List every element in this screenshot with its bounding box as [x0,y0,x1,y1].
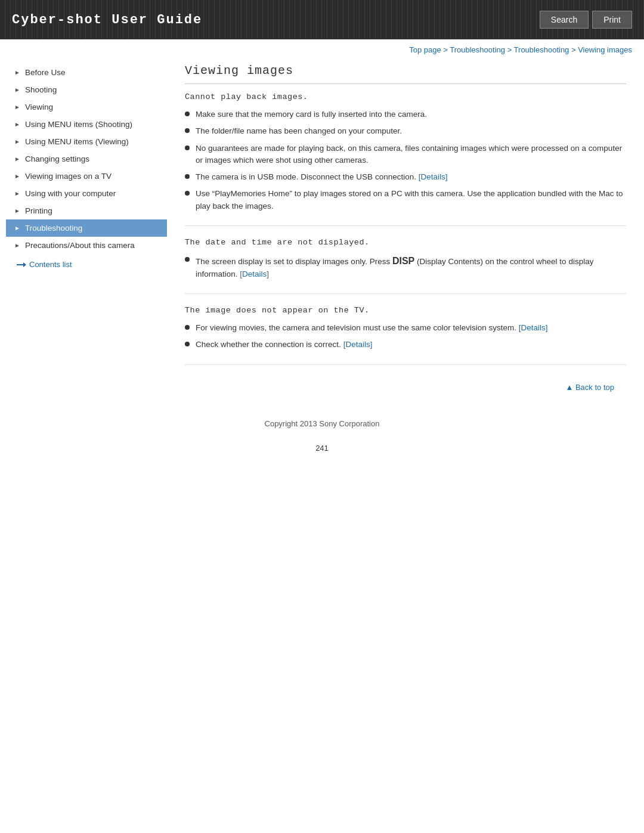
section-date-time: The date and time are not displayed. The… [185,238,626,294]
arrow-right-icon [17,262,26,268]
details-link[interactable]: [Details] [419,172,448,181]
bullet-text: The camera is in USB mode. Disconnect th… [196,171,447,183]
sidebar-item-using-menu-shooting[interactable]: ► Using MENU items (Shooting) [6,116,167,133]
details-link[interactable]: [Details] [343,340,373,349]
bullet-text: No guarantees are made for playing back,… [196,143,626,167]
sidebar-item-using-with-computer[interactable]: ► Using with your computer [6,185,167,202]
sidebar-item-printing[interactable]: ► Printing [6,202,167,219]
search-button[interactable]: Search [540,11,589,29]
bullet-list-2: The screen display is set to display ima… [185,254,626,280]
section-title-2: The date and time are not displayed. [185,238,626,247]
sidebar-item-label: Viewing [25,103,53,112]
list-item: No guarantees are made for playing back,… [185,143,626,167]
sidebar-item-precautions[interactable]: ► Precautions/About this camera [6,237,167,254]
details-link[interactable]: [Details] [519,323,548,332]
section-title-3: The image does not appear on the TV. [185,306,626,315]
bullet-text: For viewing movies, the camera and telev… [196,322,548,334]
footer: Copyright 2013 Sony Corporation [0,410,644,438]
list-item: The camera is in USB mode. Disconnect th… [185,171,626,183]
bullet-icon [185,174,190,179]
arrow-icon: ► [14,242,20,249]
back-to-top-link[interactable]: ▲ Back to top [565,383,614,392]
bullet-icon [185,342,190,346]
sidebar-item-viewing-on-tv[interactable]: ► Viewing images on a TV [6,168,167,185]
main-layout: ► Before Use ► Shooting ► Viewing ► Usin… [0,58,644,410]
print-button[interactable]: Print [592,11,632,29]
sidebar-item-label: Using MENU items (Shooting) [25,120,132,129]
bullet-text: The screen display is set to display ima… [196,254,626,280]
arrow-icon: ► [14,69,20,76]
breadcrumb-troubleshooting1[interactable]: Troubleshooting [450,45,505,54]
disp-label: DISP [392,256,414,266]
page-title: Viewing images [185,64,626,84]
bullet-icon [185,325,190,330]
sidebar-item-viewing[interactable]: ► Viewing [6,98,167,116]
bullet-text: Make sure that the memory card is fully … [196,109,427,120]
sidebar-item-label: Precautions/About this camera [25,241,135,250]
bullet-text: The folder/file name has been changed on… [196,125,402,137]
back-to-top: ▲ Back to top [185,377,626,398]
sidebar-item-label: Printing [25,206,52,215]
arrow-icon: ► [14,121,20,128]
bullet-icon [185,112,190,116]
sidebar-item-using-menu-viewing[interactable]: ► Using MENU items (Viewing) [6,133,167,150]
bullet-text: Check whether the connection is correct.… [196,339,372,351]
sidebar-item-label: Viewing images on a TV [25,172,112,181]
sidebar-item-shooting[interactable]: ► Shooting [6,81,167,98]
bullet-icon [185,128,190,133]
sidebar: ► Before Use ► Shooting ► Viewing ► Usin… [6,58,167,410]
arrow-icon: ► [14,86,20,93]
sidebar-item-changing-settings[interactable]: ► Changing settings [6,150,167,168]
bullet-list-1: Make sure that the memory card is fully … [185,109,626,212]
breadcrumb-viewing-images[interactable]: Viewing images [578,45,632,54]
section-title-1: Cannot play back images. [185,92,626,101]
arrow-icon: ► [14,156,20,162]
page-header: Cyber-shot User Guide Search Print [0,0,644,39]
sidebar-item-label: Troubleshooting [25,224,82,233]
breadcrumb-troubleshooting2[interactable]: Troubleshooting [514,45,569,54]
bullet-icon [185,145,190,150]
list-item: The screen display is set to display ima… [185,254,626,280]
contents-list-label: Contents list [29,260,72,269]
breadcrumb-separator3: > [571,45,578,54]
list-item: Use “PlayMemories Home” to play images s… [185,188,626,212]
sidebar-item-label: Using with your computer [25,189,116,198]
sidebar-item-before-use[interactable]: ► Before Use [6,64,167,81]
section-image-on-tv: The image does not appear on the TV. For… [185,306,626,365]
breadcrumb-top-page[interactable]: Top page [409,45,441,54]
header-controls: Search Print [540,11,632,29]
breadcrumb-separator2: > [507,45,514,54]
arrow-icon: ► [14,225,20,231]
bullet-text: Use “PlayMemories Home” to play images s… [196,188,626,212]
list-item: Check whether the connection is correct.… [185,339,626,351]
arrow-icon: ► [14,104,20,110]
page-number: 241 [0,438,644,459]
sidebar-item-label: Shooting [25,85,57,94]
arrow-icon: ► [14,208,20,214]
sidebar-item-troubleshooting[interactable]: ► Troubleshooting [6,219,167,237]
sidebar-item-label: Changing settings [25,154,89,163]
app-title: Cyber-shot User Guide [12,13,202,27]
arrow-icon: ► [14,138,20,145]
breadcrumb-separator1: > [443,45,450,54]
bullet-icon [185,257,190,262]
content-area: Viewing images Cannot play back images. … [167,58,638,410]
list-item: Make sure that the memory card is fully … [185,109,626,120]
list-item: For viewing movies, the camera and telev… [185,322,626,334]
sidebar-item-label: Using MENU items (Viewing) [25,137,129,146]
sidebar-item-label: Before Use [25,68,66,77]
contents-list-link[interactable]: Contents list [6,254,167,275]
list-item: The folder/file name has been changed on… [185,125,626,137]
section-cannot-play-back: Cannot play back images. Make sure that … [185,92,626,226]
breadcrumb: Top page > Troubleshooting > Troubleshoo… [0,39,644,58]
arrow-icon: ► [14,190,20,197]
details-link[interactable]: [Details] [240,270,269,278]
bullet-icon [185,191,190,196]
bullet-list-3: For viewing movies, the camera and telev… [185,322,626,351]
arrow-icon: ► [14,173,20,179]
copyright-text: Copyright 2013 Sony Corporation [265,419,380,428]
